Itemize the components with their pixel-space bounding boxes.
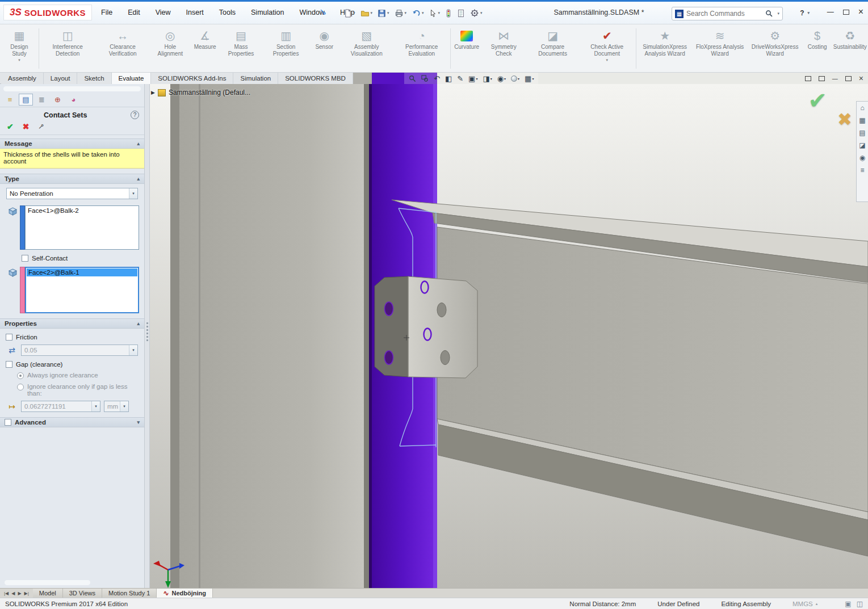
view-orientation-icon[interactable]: ▣▾ [468, 74, 477, 83]
unit-system-selector[interactable]: MMGS ▴ [792, 600, 817, 607]
chevron-up-icon[interactable]: ▴ [137, 321, 140, 326]
select-button[interactable]: ▾ [427, 6, 442, 20]
undo-button[interactable]: ▾ [410, 6, 426, 20]
tab-nedbojning-study[interactable]: ∿ Nedböjning [157, 589, 213, 598]
ribbon-sensor[interactable]: ◉ Sensor [309, 26, 339, 72]
ribbon-curvature[interactable]: Curvature [452, 26, 481, 72]
apply-scene-icon[interactable]: ▦▾ [525, 74, 534, 83]
chevron-up-icon[interactable]: ▴ [137, 141, 140, 146]
bolt-hole[interactable] [441, 351, 450, 365]
options-button[interactable]: ▾ [468, 6, 484, 20]
friction-value-input[interactable]: 0.05 ▾ [21, 345, 138, 356]
properties-group-header[interactable]: Properties ▴ [0, 318, 144, 329]
next-tab-icon[interactable]: ▶ [18, 591, 21, 596]
caret-icon[interactable]: ▾ [371, 11, 373, 15]
self-contact-checkbox[interactable] [22, 255, 28, 262]
menu-insert[interactable]: Insert [186, 9, 204, 16]
tab-motion-study-1[interactable]: Motion Study 1 [102, 589, 157, 598]
ribbon-compare-documents[interactable]: ◪ Compare Documents [526, 26, 579, 72]
ribbon-hole-alignment[interactable]: ◎ Hole Alignment [150, 26, 190, 72]
caret-icon[interactable]: ▾ [405, 11, 407, 15]
ribbon-check-active-document[interactable]: ✔ Check Active Document ▾ [580, 26, 635, 72]
file-explorer-icon[interactable]: ▤ [859, 129, 865, 137]
confirmation-ok-icon[interactable]: ✔ [808, 87, 827, 114]
tab-featuremanager-tree[interactable]: ≡ [3, 94, 17, 106]
ribbon-floxpress-wizard[interactable]: ≋ FloXpress Analysis Wizard [693, 26, 748, 72]
bolt-hole[interactable] [385, 351, 393, 364]
caret-icon[interactable]: ▾ [807, 11, 810, 15]
confirmation-cancel-icon[interactable]: ✖ [837, 109, 852, 130]
3d-scene[interactable] [150, 84, 868, 588]
menu-view[interactable]: View [156, 9, 171, 16]
selection-list-2[interactable]: Face<2>@Balk-1 [25, 267, 139, 313]
hide-show-items-icon[interactable]: ◉▾ [497, 74, 506, 83]
doc-close-button[interactable]: × [859, 74, 863, 83]
menu-tools[interactable]: Tools [219, 9, 236, 16]
flyout-feature-tree[interactable]: ▶ Sammanställning (Defaul... [151, 89, 250, 96]
friction-checkbox[interactable] [6, 334, 12, 341]
tags-icon[interactable]: ▣ [845, 600, 851, 608]
new-document-button[interactable]: ▾ [342, 6, 357, 20]
column-beam[interactable] [170, 84, 369, 588]
tab-solidworks-add-ins[interactable]: SOLIDWORKS Add-Ins [151, 73, 233, 84]
cancel-button[interactable]: ✖ [23, 122, 30, 131]
caret-icon[interactable]: ▾ [422, 11, 424, 15]
radio-unselected[interactable] [17, 384, 24, 390]
bolt-hole[interactable] [385, 302, 393, 316]
gap-clearance-checkbox[interactable] [6, 361, 12, 368]
last-tab-icon[interactable]: ▶| [24, 591, 29, 596]
tab-solidworks-mbd[interactable]: SOLIDWORKS MBD [278, 73, 353, 84]
tab-simulation[interactable]: Simulation [233, 73, 278, 84]
ribbon-sustainability[interactable]: ♻ Sustainability [832, 26, 868, 72]
menu-edit[interactable]: Edit [128, 9, 140, 16]
command-search[interactable]: ▦ ▾ [672, 7, 783, 20]
minimize-button[interactable]: — [827, 8, 834, 16]
chevron-down-icon[interactable]: ▾ [120, 401, 128, 411]
type-group-header[interactable]: Type ▴ [0, 174, 144, 184]
zoom-fit-icon[interactable] [409, 75, 416, 82]
display-style-icon[interactable]: ◨▾ [483, 74, 492, 83]
chevron-down-icon[interactable]: ▾ [91, 401, 100, 411]
section-view-icon[interactable]: ◧ [445, 74, 452, 83]
ribbon-section-properties[interactable]: ▥ Section Properties [262, 26, 309, 72]
caret-icon[interactable]: ▾ [438, 11, 441, 15]
print-button[interactable]: ▾ [393, 6, 409, 20]
previous-view-icon[interactable]: ↶ [434, 74, 440, 83]
chevron-down-icon[interactable]: ▾ [129, 188, 137, 199]
selection-entry-selected[interactable]: Face<2>@Balk-1 [27, 268, 137, 276]
caret-icon[interactable]: ▾ [480, 11, 483, 15]
selection-list-1[interactable]: Face<1>@Balk-2 [25, 205, 139, 250]
ribbon-performance-evaluation[interactable]: ◔ Performance Evaluation [394, 26, 449, 72]
ribbon-costing[interactable]: $ Costing [803, 26, 832, 72]
previous-tab-icon[interactable]: ◀ [11, 591, 15, 596]
zoom-area-icon[interactable] [421, 75, 429, 82]
tab-dimxpertmanager[interactable]: ⊕ [51, 94, 65, 106]
contact-type-select[interactable]: No Penetration ▾ [6, 188, 138, 199]
custom-properties-icon[interactable]: ≡ [860, 166, 864, 174]
menu-simulation[interactable]: Simulation [251, 9, 284, 16]
assembly-tree-root-label[interactable]: Sammanställning (Defaul... [169, 89, 250, 96]
ok-button[interactable]: ✔ [7, 122, 14, 131]
doc-restore-button[interactable] [845, 76, 852, 81]
rebuild-button[interactable] [443, 6, 454, 20]
selection-entry[interactable]: Face<1>@Balk-2 [26, 207, 138, 215]
taskpane-toggle-icon[interactable]: ◫ [857, 600, 863, 608]
connection-bracket[interactable] [375, 276, 477, 378]
ribbon-driveworksxpress-wizard[interactable]: ⚙ DriveWorksXpress Wizard [748, 26, 803, 72]
gap-value-input[interactable]: 0.0627271191 ▾ [21, 401, 100, 412]
design-library-icon[interactable]: ▦ [859, 116, 865, 124]
caret-icon[interactable]: ▾ [777, 11, 779, 16]
help-icon[interactable]: ? [800, 9, 804, 17]
tab-propertymanager[interactable]: ▤ [19, 94, 33, 106]
save-button[interactable]: ▾ [376, 6, 391, 20]
tab-configurationmanager[interactable]: ≣ [35, 94, 49, 106]
view-palette-icon[interactable]: ◪ [859, 141, 865, 149]
panel-scrollbar-horizontal[interactable] [5, 580, 90, 585]
chevron-up-icon[interactable]: ▴ [137, 176, 140, 182]
bolt-hole[interactable] [437, 303, 446, 317]
advanced-checkbox[interactable] [5, 419, 11, 426]
ribbon-measure[interactable]: ∡ Measure [190, 26, 220, 72]
expand-tree-icon[interactable]: ▶ [151, 90, 155, 95]
caret-icon[interactable]: ▾ [353, 11, 355, 15]
ribbon-design-study[interactable]: ▦ Design Study ▾ [1, 26, 37, 72]
